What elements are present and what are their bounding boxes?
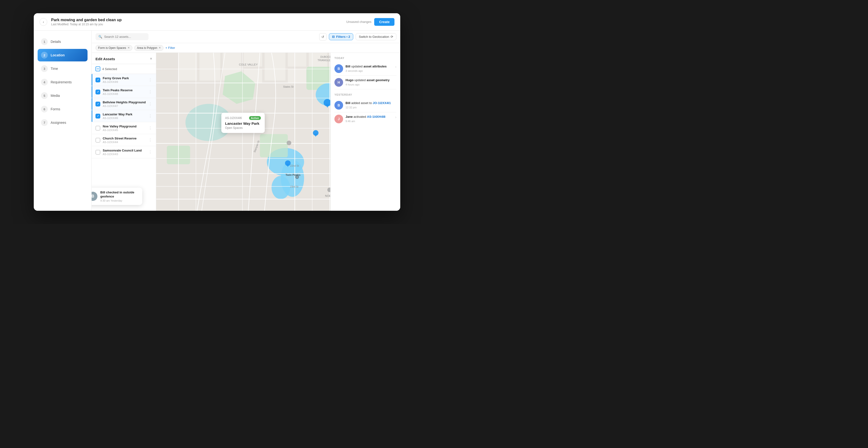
step-num-7: 7 — [41, 119, 48, 126]
asset-name-2: Bellview Heights Playground — [103, 100, 146, 104]
asset-menu-0[interactable]: ⋮ — [148, 77, 152, 82]
panel-title: Edit Assets — [95, 57, 115, 61]
asset-name-1: Twin Peaks Reserve — [103, 89, 146, 92]
asset-checkbox-5[interactable] — [95, 138, 100, 143]
reset-button[interactable]: ↺ — [319, 33, 327, 40]
svg-rect-8 — [288, 69, 306, 83]
activity-desc-1: Hugo updated asset geometry — [345, 78, 396, 82]
selected-count-text: 4 Selected — [102, 67, 117, 71]
activity-desc-2: Bill added asset to JO-1I2XX4I1 — [345, 101, 396, 105]
activity-text-1: Hugo updated asset geometry 4 hours ago — [345, 78, 396, 86]
selected-bar — [92, 86, 92, 98]
toolbar: 🔍 ↺ ⊟ Filters • 2 Switch to Geolocation … — [92, 31, 400, 43]
asset-list-item[interactable]: ✓ Lancaster Way Park AS-1I2XX4I6 ⋮ — [92, 110, 156, 122]
sidebar-item-assignees[interactable]: 7 Assignees — [38, 116, 88, 129]
app-window: ‹ Park mowing and garden bed clean up La… — [34, 13, 400, 211]
activity-item-2: B Bill added asset to JO-1I2XX4I1 12:32 … — [334, 99, 396, 112]
asset-id-3: AS-1I2XX4I6 — [103, 116, 146, 119]
page-title: Park mowing and garden bed clean up — [51, 18, 346, 22]
svg-point-69 — [296, 176, 298, 178]
asset-list-item[interactable]: Noe Valley Playground AS-1I2XX4I5 ⋮ — [92, 122, 156, 134]
asset-checkbox-0[interactable]: ✓ — [95, 77, 100, 82]
asset-list-item[interactable]: Samsonvale Council Land AS-1I2XX4I3 ⋮ — [92, 146, 156, 158]
unsaved-label: Unsaved changes — [346, 20, 371, 24]
activity-avatar-1: H — [334, 78, 343, 87]
asset-menu-5[interactable]: ⋮ — [148, 138, 152, 142]
sidebar-item-details[interactable]: 1 Details — [38, 35, 88, 48]
asset-menu-6[interactable]: ⋮ — [148, 150, 152, 154]
panel-close-button[interactable]: × — [150, 57, 152, 61]
count-dash — [97, 69, 99, 69]
asset-menu-3[interactable]: ⋮ — [148, 114, 152, 118]
sidebar-item-label-requirements: Requirements — [51, 80, 72, 84]
sidebar-item-label-assignees: Assignees — [51, 121, 66, 125]
asset-name-6: Samsonvale Council Land — [103, 149, 146, 152]
sidebar-item-time[interactable]: 3 Time — [38, 62, 88, 75]
add-filter-button[interactable]: + Filter — [165, 46, 175, 49]
asset-menu-4[interactable]: ⋮ — [148, 126, 152, 130]
asset-menu-2[interactable]: ⋮ — [148, 102, 152, 106]
geo-icon: ⟳ — [391, 35, 393, 38]
svg-text:DUBOCE: DUBOCE — [320, 56, 331, 58]
activity-panel: TODAY B Bill updated asset attributes 3 … — [330, 53, 400, 211]
step-num-1: 1 — [41, 38, 48, 45]
popup-status-badge: Active — [249, 116, 261, 120]
search-box[interactable]: 🔍 — [95, 33, 149, 40]
filter-button[interactable]: ⊟ Filters • 2 — [329, 33, 353, 40]
activity-item-0[interactable]: B Bill updated asset attributes 3 second… — [334, 62, 396, 76]
filter-tag-remove-0[interactable]: ✕ — [128, 46, 130, 49]
asset-info-2: Bellview Heights Playground AS-1I2XX4I7 — [103, 100, 146, 107]
checkmark-icon-3: ✓ — [97, 114, 99, 117]
filter-tag-label-1: Area is Polygon — [137, 46, 157, 49]
asset-info-0: Ferny Grove Park AS-1I2XX4I9 — [103, 76, 146, 83]
geo-button[interactable]: Switch to Geolocation ⟳ — [355, 33, 396, 40]
filter-tag-1[interactable]: Area is Polygon ✕ — [134, 45, 163, 51]
search-icon: 🔍 — [98, 35, 102, 38]
header: ‹ Park mowing and garden bed clean up La… — [34, 13, 400, 31]
step-num-6: 6 — [41, 106, 48, 112]
sidebar-item-label-details: Details — [51, 40, 61, 44]
sidebar-item-forms[interactable]: 6 Forms — [38, 103, 88, 115]
activity-today-label: TODAY — [334, 57, 396, 60]
back-button[interactable]: ‹ — [39, 18, 47, 26]
filter-tag-remove-1[interactable]: ✕ — [159, 46, 161, 49]
svg-text:TRIANGLE: TRIANGLE — [317, 59, 330, 62]
checkmark-icon-0: ✓ — [97, 78, 99, 81]
asset-list-item[interactable]: ✓ Twin Peaks Reserve AS-1I2XX4I8 ⋮ — [92, 86, 156, 98]
svg-text:22nd St: 22nd St — [290, 164, 299, 167]
sidebar-item-requirements[interactable]: 4 Requirements — [38, 76, 88, 89]
activity-text-3: Jane activated AS-1I4XH4I8 9:46 am — [345, 115, 393, 123]
asset-list-item[interactable]: ✓ Bellview Heights Playground AS-1I2XX4I… — [92, 98, 156, 110]
asset-menu-1[interactable]: ⋮ — [148, 90, 152, 94]
map-container[interactable]: DUBOCE TRIANGLE COLE VALLEY Market St St… — [92, 53, 400, 211]
sidebar-item-location[interactable]: 2 Location — [38, 49, 88, 61]
asset-checkbox-4[interactable] — [95, 126, 100, 131]
step-num-2: 2 — [41, 52, 48, 59]
asset-checkbox-6[interactable] — [95, 150, 100, 154]
asset-name-0: Ferny Grove Park — [103, 76, 146, 80]
activity-avatar-2: B — [334, 101, 343, 110]
last-modified: Last Modified: Today at 10:15 am by you — [51, 23, 346, 26]
asset-checkbox-3[interactable]: ✓ — [95, 114, 100, 118]
step-num-5: 5 — [41, 92, 48, 99]
create-button[interactable]: Create — [374, 18, 395, 26]
activity-item-3[interactable]: J Jane activated AS-1I4XH4I8 9:46 am › — [334, 112, 396, 126]
svg-rect-7 — [288, 53, 306, 67]
toast-title: Bill checked in outside geofence — [100, 191, 138, 199]
asset-list-item[interactable]: ✓ Ferny Grove Park AS-1I2XX4I9 ⋮ — [92, 74, 156, 86]
step-num-4: 4 — [41, 79, 48, 85]
asset-info-6: Samsonvale Council Land AS-1I2XX4I3 — [103, 149, 146, 156]
asset-checkbox-1[interactable]: ✓ — [95, 90, 100, 95]
map-popup: AS-1I2XX4I6 Active Lancaster Way Park Op… — [221, 113, 265, 133]
sidebar-item-media[interactable]: 5 Media — [38, 89, 88, 102]
filter-tags-bar: Form is Open Spaces ✕ Area is Polygon ✕ … — [92, 43, 400, 53]
asset-info-4: Noe Valley Playground AS-1I2XX4I5 — [103, 125, 146, 132]
asset-checkbox-2[interactable]: ✓ — [95, 102, 100, 106]
search-input[interactable] — [104, 35, 143, 38]
filter-label: Filters • 2 — [336, 35, 350, 38]
svg-rect-1 — [179, 53, 197, 81]
asset-list-item[interactable]: Church Street Reserve AS-1I2XX4I4 ⋮ — [92, 134, 156, 146]
checkmark-icon-2: ✓ — [97, 102, 99, 105]
activity-time-0: 3 seconds ago — [345, 69, 393, 72]
filter-tag-0[interactable]: Form is Open Spaces ✕ — [95, 45, 132, 51]
